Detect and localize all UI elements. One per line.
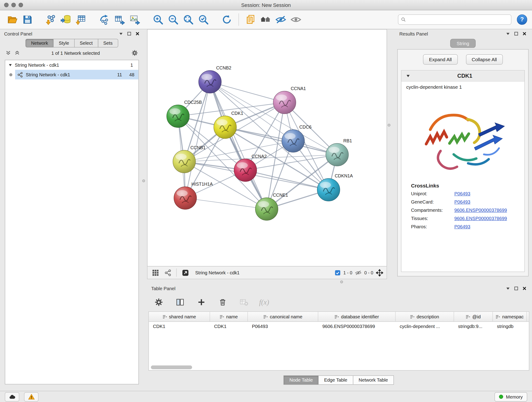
selected-checkbox-icon[interactable] xyxy=(335,270,341,276)
network-node-HIST1H1A[interactable]: HIST1H1A xyxy=(174,182,213,210)
tab-select[interactable]: Select xyxy=(74,39,98,48)
memory-label: Memory xyxy=(506,394,523,400)
column-header-database-identifier[interactable]: database identifier xyxy=(318,312,396,322)
network-node-CCNB2[interactable]: CCNB2 xyxy=(199,65,231,93)
expand-all-button[interactable]: Expand All xyxy=(423,54,457,65)
network-node-CDC6[interactable]: CDC6 xyxy=(282,124,312,153)
collapse-all-button[interactable]: Collapse All xyxy=(466,54,503,65)
right-splitter[interactable] xyxy=(387,29,390,279)
crosslink-value-link[interactable]: P06493 xyxy=(454,224,470,230)
network-row[interactable]: String Network - cdk1 11 48 xyxy=(5,70,139,80)
float-panel-icon[interactable] xyxy=(506,32,510,36)
table-cell[interactable]: CDK1 xyxy=(149,322,210,332)
crosslink-value-link[interactable]: 9606.ENSP00000378699 xyxy=(454,208,507,213)
zoom-selected-button[interactable] xyxy=(196,12,211,27)
chevron-double-down-icon[interactable] xyxy=(6,50,11,56)
tab-sets[interactable]: Sets xyxy=(98,39,118,48)
network-collection-row[interactable]: String Network - cdk1 1 xyxy=(5,60,139,70)
network-edge-CCNB2-HIST1H1A[interactable] xyxy=(185,82,210,198)
network-node-CDK1[interactable]: CDK1 xyxy=(214,111,243,139)
import-table-from-file-button[interactable] xyxy=(74,12,89,27)
table-cell[interactable]: cyclin-dependent ... xyxy=(396,322,454,332)
table-cell[interactable]: stringdb xyxy=(493,322,527,332)
collapse-triangle-icon[interactable] xyxy=(406,74,410,78)
delete-column-button[interactable] xyxy=(216,296,229,308)
import-network-from-file-button[interactable] xyxy=(43,12,58,27)
zoom-fit-button[interactable] xyxy=(181,12,196,27)
table-cell[interactable]: CDK1 xyxy=(210,322,248,332)
crosslink-value-link[interactable]: P06493 xyxy=(454,191,470,196)
tab-network-table[interactable]: Network Table xyxy=(353,375,394,385)
table-settings-button[interactable] xyxy=(152,296,165,308)
column-header-namespac[interactable]: namespac xyxy=(493,312,527,322)
float-panel-icon[interactable] xyxy=(506,287,510,291)
left-splitter-handle[interactable] xyxy=(142,179,145,182)
tab-network[interactable]: Network xyxy=(26,39,54,48)
column-header--id[interactable]: @id xyxy=(454,312,493,322)
column-header-name[interactable]: name xyxy=(210,312,248,322)
hidden-eye-slash-icon[interactable] xyxy=(355,269,361,276)
export-image-button[interactable] xyxy=(127,12,142,27)
cloud-status-button[interactable] xyxy=(5,392,19,402)
tab-node-table[interactable]: Node Table xyxy=(284,375,319,385)
export-table-button[interactable] xyxy=(112,12,127,27)
warnings-button[interactable] xyxy=(24,392,38,402)
bottom-splitter-handle[interactable] xyxy=(340,281,343,283)
tab-style[interactable]: Style xyxy=(53,39,75,48)
network-node-RB1[interactable]: RB1 xyxy=(326,138,352,166)
new-network-button[interactable] xyxy=(97,12,112,27)
table-cell[interactable]: P06493 xyxy=(248,322,318,332)
network-node-CCNA1[interactable]: CCNA1 xyxy=(273,86,306,114)
show-all-button[interactable] xyxy=(288,12,304,27)
birdseye-view-button[interactable] xyxy=(151,268,160,277)
column-header-description[interactable]: description xyxy=(396,312,454,322)
export-view-button[interactable] xyxy=(181,268,190,277)
column-header-shared-name[interactable]: shared name xyxy=(149,312,210,322)
apply-layout-button[interactable] xyxy=(219,12,234,27)
chevron-double-up-icon[interactable] xyxy=(14,50,20,56)
tab-edge-table[interactable]: Edge Table xyxy=(318,375,353,385)
horizontal-scrollbar[interactable] xyxy=(151,366,192,370)
network-overview-button[interactable] xyxy=(163,268,172,277)
open-panels-button[interactable] xyxy=(243,12,258,27)
hide-selected-button[interactable] xyxy=(273,12,288,27)
first-neighbors-button[interactable] xyxy=(258,12,273,27)
show-columns-button[interactable] xyxy=(174,296,186,308)
table-row[interactable]: CDK1CDK1P064939606.ENSP00000378699cyclin… xyxy=(149,322,529,332)
close-panel-icon[interactable] xyxy=(135,32,139,36)
gear-icon[interactable] xyxy=(131,50,138,56)
memory-button[interactable]: Memory xyxy=(495,392,527,402)
network-graph[interactable]: CCNB2CCNA1CDC25BCDK1CDC6RB1CCNB1CCNA2CDK… xyxy=(147,30,387,267)
help-button[interactable]: ? xyxy=(517,14,527,25)
zoom-out-button[interactable] xyxy=(166,12,181,27)
left-splitter[interactable] xyxy=(144,29,147,389)
maximize-panel-icon[interactable] xyxy=(127,32,131,36)
network-edge-CCNB2-CCNE1[interactable] xyxy=(210,82,267,209)
search-box[interactable] xyxy=(398,14,511,25)
crosslink-value-link[interactable]: P06493 xyxy=(454,199,470,205)
maximize-panel-icon[interactable] xyxy=(514,287,518,291)
close-panel-icon[interactable] xyxy=(522,32,526,36)
selected-network-item[interactable]: String Network - cdk1 11 48 xyxy=(15,70,139,80)
network-canvas[interactable]: CCNB2CCNA1CDC25BCDK1CDC6RB1CCNB1CCNA2CDK… xyxy=(147,29,387,267)
grid-icon xyxy=(152,269,159,276)
table-cell[interactable]: stringdb:9... xyxy=(454,322,493,332)
create-column-button[interactable] xyxy=(195,296,208,308)
pan-crosshair-icon[interactable] xyxy=(376,269,383,276)
column-header-canonical-name[interactable]: canonical name xyxy=(248,312,318,322)
network-node-CCNB1[interactable]: CCNB1 xyxy=(173,145,206,173)
zoom-in-button[interactable] xyxy=(151,12,166,27)
tab-string[interactable]: String xyxy=(450,39,476,48)
network-edge-HIST1H1A-CCNE1[interactable] xyxy=(185,198,267,209)
collapse-triangle-icon[interactable] xyxy=(9,63,12,67)
table-cell[interactable]: 9606.ENSP00000378699 xyxy=(318,322,396,332)
save-session-button[interactable] xyxy=(20,12,35,27)
search-input[interactable] xyxy=(406,17,508,22)
right-splitter-handle[interactable] xyxy=(388,124,390,127)
maximize-panel-icon[interactable] xyxy=(514,32,518,36)
close-panel-icon[interactable] xyxy=(522,287,526,291)
crosslink-value-link[interactable]: 9606.ENSP00000378699 xyxy=(454,216,507,221)
open-session-button[interactable] xyxy=(5,12,20,27)
import-network-from-database-button[interactable] xyxy=(58,12,74,27)
float-panel-icon[interactable] xyxy=(119,32,123,36)
